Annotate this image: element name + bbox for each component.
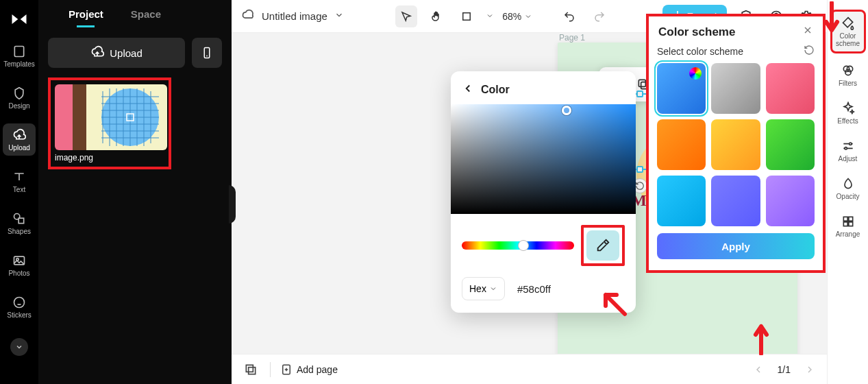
photos-icon (12, 253, 27, 268)
rail-label: Shapes (8, 228, 31, 235)
upload-button[interactable]: Upload (48, 38, 185, 68)
scheme-swatch[interactable] (766, 176, 815, 226)
rrail-label: Filters (839, 80, 857, 87)
rail-text[interactable]: Text (3, 165, 36, 197)
rail-shapes[interactable]: Shapes (3, 207, 36, 239)
scheme-swatch[interactable] (657, 63, 706, 114)
rail-upload[interactable]: Upload (3, 123, 36, 156)
close-icon[interactable] (802, 25, 813, 39)
shapes-icon (12, 211, 27, 226)
arrange-icon (841, 214, 856, 229)
zoom-level[interactable]: 68% (502, 11, 532, 22)
document-title[interactable]: Untitled image (262, 10, 327, 22)
hue-slider[interactable] (462, 241, 574, 250)
svg-rect-0 (14, 47, 23, 57)
rrail-filters[interactable]: Filters (830, 59, 866, 91)
paint-bucket-icon (841, 16, 856, 31)
right-rail: Color scheme Filters Effects Adjust Opac… (827, 0, 868, 384)
color-scheme-panel: Color scheme Select color scheme Apply (646, 14, 826, 273)
thumbnail-filename: image.png (55, 153, 164, 163)
scheme-swatch[interactable] (711, 176, 760, 226)
upload-button-label: Upload (110, 47, 142, 59)
add-page-label: Add page (297, 364, 338, 375)
annotation-arrow (752, 317, 770, 355)
eyedropper-button[interactable] (586, 230, 619, 261)
svg-rect-2 (18, 218, 23, 224)
svg-rect-42 (843, 222, 847, 226)
swatch-grid (657, 63, 815, 226)
app-logo[interactable] (8, 8, 30, 30)
color-mode-select[interactable]: Hex (462, 277, 505, 300)
redo-button[interactable] (588, 5, 610, 27)
rail-stickers[interactable]: Stickers (3, 291, 36, 323)
color-picker-cursor[interactable] (562, 106, 571, 115)
svg-rect-43 (848, 222, 852, 226)
svg-rect-41 (848, 217, 852, 221)
text-icon (12, 169, 27, 184)
eyedropper-icon (595, 238, 610, 253)
annotation-arrow (823, 1, 841, 40)
rail-more-button[interactable] (10, 338, 28, 356)
reset-icon[interactable] (804, 45, 815, 58)
add-page-button[interactable]: Add page (280, 363, 338, 376)
crop-tool[interactable] (456, 5, 478, 27)
hex-value[interactable]: #58c0ff (517, 283, 551, 295)
select-tool[interactable] (395, 5, 417, 27)
mobile-upload-button[interactable] (192, 38, 222, 68)
color-gradient-picker[interactable] (451, 104, 636, 214)
upload-thumbnail[interactable] (55, 84, 167, 150)
annotation-arrow (599, 288, 629, 318)
scheme-swatch[interactable] (657, 176, 706, 226)
tab-space[interactable]: Space (131, 8, 161, 27)
prev-page-button[interactable] (749, 360, 768, 379)
mobile-icon (201, 47, 213, 59)
scheme-swatch[interactable] (657, 119, 706, 170)
scheme-swatch[interactable] (711, 119, 760, 170)
undo-button[interactable] (558, 5, 580, 27)
panel-drag-handle[interactable] (229, 185, 236, 224)
bottom-bar: Add page 1/1 (232, 354, 868, 384)
opacity-icon (841, 176, 856, 191)
rail-label: Text (13, 186, 25, 193)
svg-rect-45 (249, 367, 256, 374)
page-indicator: 1/1 (778, 364, 791, 375)
resize-handle[interactable] (636, 166, 643, 173)
chevron-down-icon[interactable] (486, 10, 494, 23)
rrail-opacity[interactable]: Opacity (830, 172, 866, 204)
hue-handle[interactable] (518, 240, 529, 251)
rrail-arrange[interactable]: Arrange (830, 210, 866, 242)
cloud-upload-icon (90, 45, 104, 61)
layers-button[interactable] (241, 360, 260, 379)
rail-templates[interactable]: Templates (3, 40, 36, 72)
svg-rect-8 (73, 84, 86, 150)
svg-point-5 (14, 298, 25, 308)
scheme-swatch[interactable] (766, 119, 815, 170)
side-panel: Project Space Upload image.png (38, 0, 232, 384)
scheme-title: Color scheme (658, 25, 735, 39)
chevron-down-icon[interactable] (334, 10, 344, 23)
tab-project[interactable]: Project (69, 8, 103, 27)
scheme-swatch[interactable] (766, 63, 815, 114)
eyedropper-highlight (581, 225, 625, 266)
rrail-effects[interactable]: Effects (830, 97, 866, 129)
rrail-label: Adjust (839, 155, 858, 163)
upload-icon (12, 128, 27, 143)
color-wheel-icon (689, 67, 702, 80)
cloud-icon[interactable] (241, 8, 255, 25)
hand-tool[interactable] (425, 5, 447, 27)
rail-label: Stickers (7, 311, 32, 319)
resize-handle[interactable] (636, 91, 643, 97)
rrail-label: Opacity (836, 193, 860, 200)
stickers-icon (12, 295, 27, 310)
rail-design[interactable]: Design (3, 82, 36, 114)
page-label: Page 1 (559, 33, 585, 43)
scheme-swatch[interactable] (711, 63, 760, 114)
add-page-icon (280, 363, 293, 376)
next-page-button[interactable] (800, 360, 819, 379)
rrail-adjust[interactable]: Adjust (830, 134, 866, 167)
svg-rect-44 (246, 365, 253, 372)
templates-icon (12, 44, 27, 59)
back-icon[interactable] (462, 82, 474, 97)
apply-button[interactable]: Apply (657, 233, 815, 259)
rail-photos[interactable]: Photos (3, 249, 36, 281)
